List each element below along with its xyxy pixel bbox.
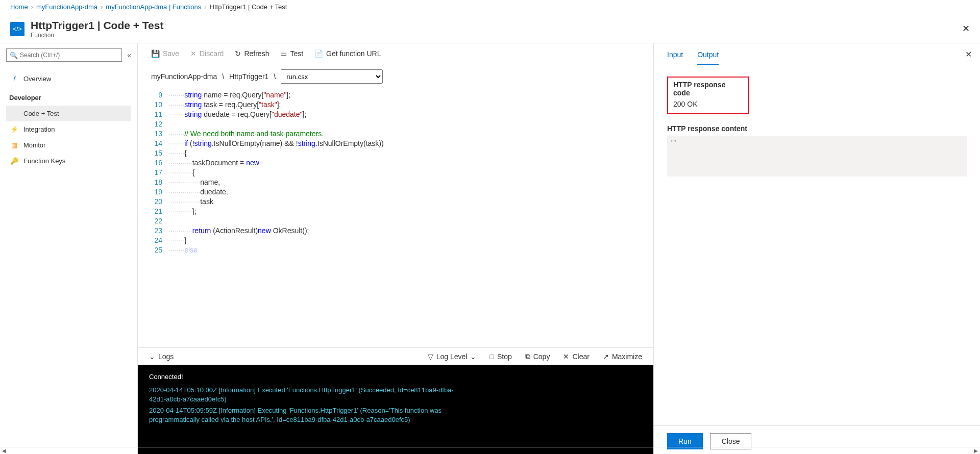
tab-input[interactable]: Input	[667, 51, 683, 65]
scroll-left-icon[interactable]: ◀	[2, 448, 6, 453]
code-content[interactable]: ············};	[168, 207, 197, 216]
collapse-sidebar-icon[interactable]: «	[127, 51, 131, 59]
line-number: 21	[138, 207, 168, 216]
line-number: 10	[138, 100, 168, 110]
sidebar-item-icon: 🔑	[10, 157, 18, 165]
toolbar-label: Get function URL	[326, 49, 381, 58]
editor-region: 💾 Save ✕ Discard ↻ Refresh ▭ Test 📄 Get …	[138, 43, 653, 454]
maximize-button[interactable]: ↗ Maximize	[603, 352, 642, 361]
refresh-icon: ↻	[235, 49, 241, 58]
code-line[interactable]: 14········if·(!string.IsNullOrEmpty(name…	[138, 139, 653, 148]
get-url-button[interactable]: 📄 Get function URL	[314, 49, 381, 58]
clear-icon: ✕	[563, 352, 569, 361]
sidebar-item-monitor[interactable]: ▦Monitor	[6, 137, 131, 153]
line-number: 9	[138, 90, 168, 100]
console-line: 2020-04-14T05:10:00Z [Information] Execu…	[149, 386, 460, 404]
copy-button[interactable]: ⧉ Copy	[525, 352, 550, 361]
code-content[interactable]: ············{	[168, 168, 194, 178]
code-line[interactable]: 13········//·We·need·both·name·and·task·…	[138, 129, 653, 139]
code-line[interactable]: 16············taskDocument·=·new	[138, 158, 653, 168]
code-line[interactable]: 9········string·name·=·req.Query["name"]…	[138, 90, 653, 100]
code-editor[interactable]: 9········string·name·=·req.Query["name"]…	[138, 89, 653, 347]
page-subtitle: Function	[31, 32, 163, 39]
code-content[interactable]: ················task	[168, 197, 213, 207]
scroll-right-icon[interactable]: ▶	[974, 448, 978, 453]
stop-icon: □	[489, 352, 494, 361]
sidebar-item-icon: ⚡	[10, 125, 18, 133]
toolbar-label: Save	[163, 49, 179, 58]
response-code-label: HTTP response code	[673, 81, 743, 97]
copy-icon: ⧉	[525, 352, 530, 361]
toolbar-label: Test	[290, 49, 303, 58]
code-content[interactable]: ················name,	[168, 178, 220, 187]
code-content[interactable]: ········if·(!string.IsNullOrEmpty(name)·…	[168, 139, 384, 148]
console-line: 2020-04-14T05:09:59Z [Information] Execu…	[149, 406, 460, 424]
code-line[interactable]: 21············};	[138, 207, 653, 216]
search-icon: 🔍	[10, 52, 18, 59]
code-content[interactable]: ············taskDocument·=·new	[168, 158, 259, 168]
code-content[interactable]: ········string·name·=·req.Query["name"];	[168, 90, 290, 100]
sidebar-item-code-test[interactable]: Code + Test	[6, 106, 131, 121]
horizontal-scrollbar[interactable]: ◀ ▶	[0, 447, 980, 454]
stop-button[interactable]: □ Stop	[489, 352, 511, 361]
code-content[interactable]: ········}	[168, 236, 187, 245]
code-content[interactable]: ········string·duedate·=·req.Query["dued…	[168, 110, 306, 119]
path-func: HttpTrigger1	[229, 72, 268, 81]
code-line[interactable]: 19················duedate,	[138, 187, 653, 197]
search-box[interactable]: 🔍	[6, 48, 122, 62]
line-number: 13	[138, 129, 168, 139]
loglevel-button[interactable]: ▽ Log Level ⌄	[428, 352, 477, 361]
breadcrumb-item[interactable]: myFunctionApp-dma | Functions	[106, 3, 201, 11]
code-line[interactable]: 24········}	[138, 236, 653, 245]
line-number: 14	[138, 139, 168, 148]
code-line[interactable]: 22	[138, 216, 653, 226]
code-content[interactable]: ········string·task·=·req.Query["task"];	[168, 100, 281, 110]
line-number: 24	[138, 236, 168, 245]
code-line[interactable]: 20················task	[138, 197, 653, 207]
code-line[interactable]: 18················name,	[138, 178, 653, 187]
function-icon: </>	[10, 22, 24, 36]
line-number: 11	[138, 110, 168, 119]
filter-icon: ▽	[428, 352, 433, 361]
code-line[interactable]: 17············{	[138, 168, 653, 178]
path-app: myFunctionApp-dma	[151, 72, 217, 81]
discard-button[interactable]: ✕ Discard	[190, 49, 224, 58]
sidebar-item-integration[interactable]: ⚡Integration	[6, 121, 131, 137]
maximize-label: Maximize	[612, 352, 642, 361]
page-header: </> HttpTrigger1 | Code + Test Function …	[0, 14, 980, 43]
breadcrumb-item[interactable]: Home	[10, 3, 28, 11]
test-icon: ▭	[280, 49, 287, 58]
breadcrumb: Home›myFunctionApp-dma›myFunctionApp-dma…	[0, 0, 980, 14]
line-number: 17	[138, 168, 168, 178]
code-content[interactable]: ········{	[168, 148, 187, 158]
toolbar-label: Refresh	[244, 49, 269, 58]
code-line[interactable]: 15········{	[138, 148, 653, 158]
sidebar-item-label: Overview	[23, 75, 51, 83]
file-select[interactable]: run.csx	[281, 69, 383, 84]
console-output: Connected! 2020-04-14T05:10:00Z [Informa…	[138, 365, 653, 454]
logs-toggle[interactable]: ⌄ Logs	[149, 352, 174, 361]
save-icon: 💾	[151, 49, 160, 58]
tab-output[interactable]: Output	[697, 51, 719, 65]
maximize-icon: ↗	[603, 352, 609, 361]
code-content[interactable]: ············return·(ActionResult)new·OkR…	[168, 226, 309, 236]
code-line[interactable]: 12	[138, 119, 653, 129]
sidebar-item-function-keys[interactable]: 🔑Function Keys	[6, 153, 131, 169]
sidebar-item-overview[interactable]: f Overview	[6, 71, 131, 87]
discard-icon: ✕	[190, 49, 197, 58]
code-content[interactable]: ················duedate,	[168, 187, 228, 197]
test-button[interactable]: ▭ Test	[280, 49, 303, 58]
clear-button[interactable]: ✕ Clear	[563, 352, 589, 361]
breadcrumb-item[interactable]: myFunctionApp-dma	[36, 3, 97, 11]
code-content[interactable]: ········//·We·need·both·name·and·task·pa…	[168, 129, 324, 139]
refresh-button[interactable]: ↻ Refresh	[235, 49, 269, 58]
code-line[interactable]: 11········string·duedate·=·req.Query["du…	[138, 110, 653, 119]
code-content[interactable]: ········else	[168, 245, 198, 255]
code-line[interactable]: 23············return·(ActionResult)new·O…	[138, 226, 653, 236]
close-icon[interactable]: ✕	[962, 23, 970, 34]
code-line[interactable]: 10········string·task·=·req.Query["task"…	[138, 100, 653, 110]
search-input[interactable]	[20, 52, 118, 59]
save-button[interactable]: 💾 Save	[151, 49, 179, 58]
code-line[interactable]: 25········else	[138, 245, 653, 255]
close-panel-icon[interactable]: ✕	[965, 49, 972, 59]
